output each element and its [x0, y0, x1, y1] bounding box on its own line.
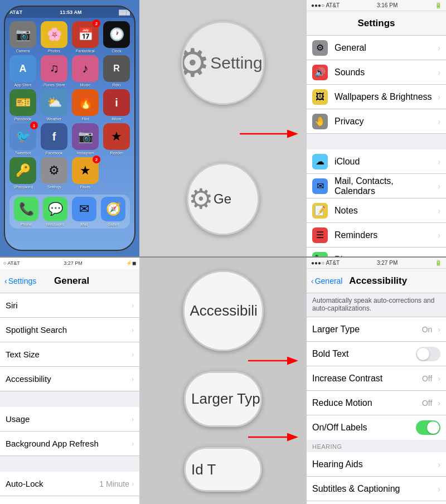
- settings-item-notes[interactable]: 📝 Notes ›: [307, 198, 446, 223]
- dock-messages-icon[interactable]: 💬: [43, 197, 67, 221]
- app-itunes-label: iTunes Store: [43, 83, 65, 87]
- app-facebook-icon[interactable]: f: [41, 123, 67, 150]
- general-item-siri[interactable]: Siri ›: [0, 293, 139, 318]
- bold-text-toggle[interactable]: [416, 347, 440, 361]
- list-item[interactable]: 🕐 Clock: [102, 21, 131, 53]
- onoff-labels-toggle[interactable]: [416, 420, 440, 435]
- list-item[interactable]: 📷 Instagram: [71, 123, 100, 155]
- chevron-icon: ›: [438, 93, 440, 101]
- textsize-label: Text Size: [6, 350, 132, 359]
- app-itunes-icon[interactable]: ♫: [41, 55, 67, 82]
- app-imore-icon[interactable]: i: [103, 89, 130, 116]
- arrow-icon: [245, 430, 301, 444]
- list-item[interactable]: 🎫 Passbook: [8, 89, 37, 121]
- arrow-icon: [234, 125, 301, 142]
- app-reeder-icon[interactable]: ★: [103, 123, 130, 150]
- dock-mail-icon[interactable]: ✉: [72, 197, 96, 221]
- app-rdio-icon[interactable]: R: [103, 55, 130, 82]
- app-settings-label: Settings: [47, 185, 61, 189]
- settings-item-general[interactable]: ⚙ General ›: [307, 36, 446, 60]
- chevron-icon: ›: [132, 375, 134, 383]
- app-1password-icon[interactable]: 🔑: [9, 157, 36, 184]
- accessibility-panel: ●●●○ AT&T 3:27 PM 🔋 ‹ General Accessibil…: [307, 258, 446, 504]
- list-item[interactable]: ⚙ Settings: [40, 157, 69, 189]
- acc-item-motion[interactable]: Reduce Motion Off ›: [307, 391, 446, 415]
- list-item[interactable]: ★ Reeder: [102, 123, 131, 155]
- settings-item-wallpaper[interactable]: 🖼 Wallpapers & Brightness ›: [307, 85, 446, 109]
- settings-zoom-circle: ⚙ Settings: [181, 21, 265, 105]
- list-item[interactable]: 🔑 1Password: [8, 157, 37, 189]
- general-zoom-circle: ⚙ Ge: [187, 163, 259, 235]
- contrast-value: Off: [422, 374, 432, 383]
- app-camera-icon[interactable]: 📷: [9, 21, 36, 48]
- general-item-autolock[interactable]: Auto-Lock 1 Minute ›: [0, 472, 139, 496]
- motion-value: Off: [422, 399, 432, 408]
- app-faves-icon[interactable]: ★ 2: [72, 157, 99, 184]
- settings-item-sounds[interactable]: 🔊 Sounds ›: [307, 60, 446, 85]
- list-item[interactable]: i iMore: [102, 89, 131, 121]
- app-music-icon[interactable]: ♪: [72, 55, 99, 82]
- dock-phone-icon[interactable]: 📞: [14, 197, 38, 221]
- acc-item-contrast[interactable]: Increase Contrast Off ›: [307, 366, 446, 391]
- accessibility-label: Accessibility: [6, 374, 132, 384]
- list-item[interactable]: A App Store: [8, 55, 37, 87]
- list-item[interactable]: ✉ Mail: [72, 197, 96, 226]
- wallpaper-label: Wallpapers & Brightness: [334, 92, 435, 102]
- list-item[interactable]: ♪ Music: [71, 55, 100, 87]
- general-item-usage[interactable]: Usage ›: [0, 407, 139, 432]
- hearing-item-aids[interactable]: Hearing Aids ›: [307, 452, 446, 477]
- list-item[interactable]: 🧭 Safari: [101, 197, 125, 226]
- nav-title: Accessibility: [314, 275, 442, 287]
- general-panel: ○ AT&T 3:27 PM ⚡◼ ‹ Settings General Sir…: [0, 258, 139, 504]
- app-clock-icon[interactable]: 🕐: [103, 21, 130, 48]
- general-item-touchid[interactable]: Touch ID & Passcode ›: [0, 496, 139, 504]
- settings-item-phone[interactable]: 📞 Phone ›: [307, 248, 446, 256]
- settings-item-icloud[interactable]: ☁ iCloud ›: [307, 149, 446, 174]
- app-photos-icon[interactable]: 🌸: [41, 21, 67, 48]
- list-item[interactable]: 🌸 Photos: [40, 21, 69, 53]
- chevron-icon: ›: [438, 231, 440, 240]
- toggle-knob: [427, 421, 439, 434]
- app-flint-icon[interactable]: 🔥: [72, 89, 99, 116]
- app-weather-icon[interactable]: ⛅: [41, 89, 67, 116]
- general-item-accessibility[interactable]: Accessibility ›: [0, 367, 139, 391]
- hearing-item-led[interactable]: LED Flash for Alerts: [307, 501, 446, 504]
- app-tweetbot-icon[interactable]: 🐦 1: [9, 123, 36, 150]
- general-item-spotlight[interactable]: Spotlight Search ›: [0, 318, 139, 342]
- acc-item-onofflabels[interactable]: On/Off Labels: [307, 415, 446, 440]
- app-passbook-icon[interactable]: 🎫: [9, 89, 36, 116]
- chevron-icon: ›: [132, 480, 134, 488]
- acc-item-boldtext[interactable]: Bold Text: [307, 342, 446, 366]
- accessibility-banner: Automatically speak auto-corrections and…: [307, 293, 446, 317]
- general-nav-bar: ‹ Settings General: [0, 269, 139, 293]
- list-item[interactable]: ♫ iTunes Store: [40, 55, 69, 87]
- app-passbook-label: Passbook: [14, 117, 32, 121]
- settings-item-privacy[interactable]: 🤚 Privacy ›: [307, 109, 446, 134]
- app-appstore-icon[interactable]: A: [9, 55, 36, 82]
- general-item-textsize[interactable]: Text Size ›: [0, 342, 139, 367]
- list-item[interactable]: R Rdio: [102, 55, 131, 87]
- list-item[interactable]: 💬 Messages: [43, 197, 67, 226]
- app-fantastical-icon[interactable]: 📅 2: [72, 21, 99, 48]
- acc-item-largertype[interactable]: Larger Type On ›: [307, 317, 446, 342]
- app-instagram-icon[interactable]: 📷: [72, 123, 99, 150]
- settings-item-reminders[interactable]: ☰ Reminders ›: [307, 223, 446, 248]
- settings-item-mail[interactable]: ✉ Mail, Contacts, Calendars ›: [307, 174, 446, 198]
- list-item[interactable]: 🔥 Flint: [71, 89, 100, 121]
- list-item[interactable]: 📷 Camera: [8, 21, 37, 53]
- hearing-item-subtitles[interactable]: Subtitles & Captioning ›: [307, 477, 446, 501]
- list-item[interactable]: 📅 2 Fantastical: [71, 21, 100, 53]
- list-item[interactable]: 📞 Phone: [14, 197, 38, 226]
- list-item[interactable]: 🐦 1 Tweetbot: [8, 123, 37, 155]
- general-label: General: [334, 43, 435, 53]
- list-item[interactable]: ⛅ Weather: [40, 89, 69, 121]
- largertype-zoom-text: Larger Typ: [191, 390, 260, 408]
- list-item[interactable]: ★ 2 Faves: [71, 157, 100, 189]
- app-imore-label: iMore: [112, 117, 122, 121]
- list-item[interactable]: f Facebook: [40, 123, 69, 155]
- dock-safari-icon[interactable]: 🧭: [101, 197, 125, 221]
- chevron-icon: ›: [438, 157, 440, 166]
- app-settings-icon[interactable]: ⚙: [41, 157, 67, 184]
- general-item-bgrefresh[interactable]: Background App Refresh ›: [0, 432, 139, 456]
- icloud-icon: ☁: [312, 154, 328, 169]
